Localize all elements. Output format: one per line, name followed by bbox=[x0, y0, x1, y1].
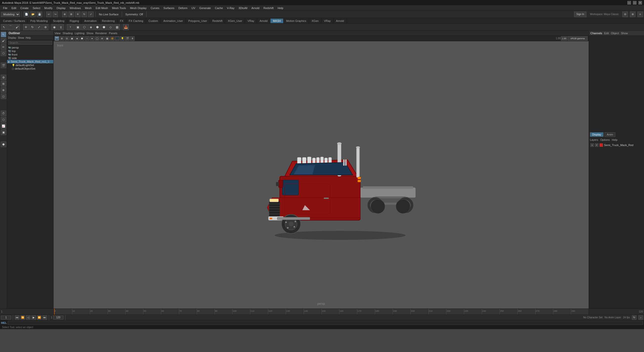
outliner-item-front[interactable]: 📷front bbox=[7, 53, 53, 56]
outliner-menu-display[interactable]: Display bbox=[8, 36, 16, 39]
outliner-menu-show[interactable]: Show bbox=[18, 36, 24, 39]
vp-icon-13[interactable]: 💡 bbox=[120, 36, 125, 41]
vp-icon-2[interactable]: ⊟ bbox=[65, 36, 69, 41]
connect-icon[interactable]: ⬡ bbox=[1, 117, 6, 122]
no-anim-layer-label[interactable]: No Anim Layer bbox=[605, 316, 621, 319]
anim-tab[interactable]: Anim bbox=[605, 132, 615, 137]
object-tab[interactable]: Object bbox=[611, 32, 619, 35]
layers-menu-help[interactable]: Help bbox=[612, 138, 618, 141]
no-live-surface-label[interactable]: No Live Surface bbox=[97, 13, 120, 16]
vp-icon-10[interactable]: ▦ bbox=[105, 36, 109, 41]
mode-select[interactable]: Modeling bbox=[1, 12, 20, 17]
menu-item-edit-mesh[interactable]: Edit Mesh bbox=[94, 6, 110, 10]
tab-vray[interactable]: VRay bbox=[321, 19, 334, 23]
toolbar-save[interactable]: 💾 bbox=[37, 12, 42, 17]
tab-poly-modeling[interactable]: Poly Modeling bbox=[28, 19, 50, 23]
tab-rendering[interactable]: Rendering bbox=[99, 19, 117, 23]
vp-icon-3[interactable]: ▣ bbox=[70, 36, 74, 41]
audio-btn[interactable]: ♪ bbox=[638, 315, 643, 320]
step-fwd-btn[interactable]: ⏩ bbox=[37, 315, 42, 320]
menu-item-uv[interactable]: UV bbox=[189, 6, 197, 10]
menu-item-curves[interactable]: Curves bbox=[149, 6, 162, 10]
poly-text-icon[interactable]: T bbox=[67, 24, 74, 30]
outliner-search-input[interactable] bbox=[8, 41, 52, 45]
tab-rigging[interactable]: Rigging bbox=[67, 19, 82, 23]
poly-icon-5[interactable]: ⬢ bbox=[94, 24, 100, 30]
toolbar-rotate[interactable]: ↻ bbox=[82, 12, 87, 17]
minimize-button[interactable]: ─ bbox=[627, 1, 631, 5]
wire-icon[interactable]: ◻ bbox=[1, 94, 6, 99]
layers-menu-options[interactable]: Options bbox=[600, 138, 610, 141]
menu-item-edit[interactable]: Edit bbox=[10, 6, 18, 10]
universal-manip-icon[interactable]: ⊕ bbox=[43, 24, 49, 30]
outliner-menu-help[interactable]: Help bbox=[26, 36, 31, 39]
scale-icon[interactable]: ⤢ bbox=[36, 24, 42, 30]
menu-item-mesh-display[interactable]: Mesh Display bbox=[128, 6, 149, 10]
paint-sel-icon[interactable]: 🖌 bbox=[14, 24, 20, 30]
menu-item-surfaces[interactable]: Surfaces bbox=[162, 6, 176, 10]
toolbar-grid[interactable]: ⊞ bbox=[68, 12, 74, 17]
tab-vray[interactable]: VRay bbox=[245, 19, 257, 23]
timeline-track[interactable]: 0102030405060708090100110120130140150160… bbox=[54, 309, 589, 315]
tab-redshift[interactable]: Redshift bbox=[210, 19, 225, 23]
menu-item-generate[interactable]: Generate bbox=[197, 6, 213, 10]
current-frame-input[interactable] bbox=[1, 316, 11, 320]
show-tab[interactable]: Show bbox=[621, 32, 628, 35]
edit-tab[interactable]: Edit bbox=[604, 32, 609, 35]
tab-xgen[interactable]: XGen bbox=[309, 19, 321, 23]
maximize-button[interactable]: □ bbox=[633, 1, 636, 5]
toolbar-redo[interactable]: ↪ bbox=[53, 12, 58, 17]
vp-icon-11[interactable]: 🔆 bbox=[110, 36, 114, 41]
outliner-item-defaultlightset[interactable]: 💡defaultLightSet bbox=[7, 63, 53, 67]
outliner-item-side[interactable]: 📷side bbox=[7, 56, 53, 60]
outliner-item-top[interactable]: 📷top bbox=[7, 49, 53, 53]
tab-curves-surfaces[interactable]: Curves / Surfaces bbox=[1, 19, 28, 23]
toolbar-move[interactable]: ✛ bbox=[75, 12, 80, 17]
outliner-item-semi_truck_mack_red_ns1_1[interactable]: ▶Semi_Truck_Mack_Red_ns1_1 bbox=[7, 60, 53, 63]
poly-icon-2[interactable]: ▣ bbox=[75, 24, 81, 30]
snap-icon[interactable]: 📥 bbox=[123, 24, 129, 30]
vp-menu-lighting[interactable]: Lighting bbox=[75, 32, 85, 35]
tab-xgen_user[interactable]: XGen_User bbox=[225, 19, 245, 23]
tab-arnold[interactable]: Arnold bbox=[334, 19, 347, 23]
mel-input[interactable] bbox=[8, 321, 643, 325]
tab-polygons_user[interactable]: Polygons_User bbox=[186, 19, 210, 23]
poly-icon-7[interactable]: ◇ bbox=[107, 24, 113, 30]
grid-icon[interactable]: ⊞ bbox=[1, 81, 6, 86]
menu-item-help[interactable]: Help bbox=[276, 6, 286, 10]
vp-icon-8[interactable]: ◯ bbox=[95, 36, 99, 41]
layer-color-swatch[interactable] bbox=[599, 143, 603, 147]
vp-menu-panels[interactable]: Panels bbox=[109, 32, 117, 35]
sym-sel-icon[interactable]: ⧖ bbox=[58, 24, 64, 30]
display-tab[interactable]: Display bbox=[590, 132, 603, 137]
range-end-input-1[interactable] bbox=[53, 316, 63, 320]
vp-icon-12[interactable]: 🌑 bbox=[115, 36, 119, 41]
menu-item-v-ray[interactable]: V-Ray bbox=[225, 6, 236, 10]
select-mode-icon[interactable]: ↖ bbox=[1, 32, 6, 37]
move-icon[interactable]: ✛ bbox=[23, 24, 29, 30]
tab-arnold[interactable]: Arnold bbox=[257, 19, 270, 23]
menu-item-file[interactable]: File bbox=[1, 6, 10, 10]
poly-icon-8[interactable]: ▦ bbox=[114, 24, 120, 30]
vp-icon-6[interactable]: ○ bbox=[85, 36, 89, 41]
bottom-icon-1[interactable]: ⬢ bbox=[1, 142, 6, 147]
vp-icon-gamma[interactable]: 1.00 bbox=[561, 36, 567, 41]
tab-fx-caching[interactable]: FX Caching bbox=[126, 19, 146, 23]
menu-item-arnold[interactable]: Arnold bbox=[249, 6, 261, 10]
menu-item-display[interactable]: Display bbox=[55, 6, 68, 10]
vp-icon-1[interactable]: ⊞ bbox=[60, 36, 64, 41]
vp-menu-view[interactable]: View bbox=[55, 32, 61, 35]
layout-icon[interactable]: ⬡ bbox=[1, 51, 6, 56]
shape-icon[interactable]: ▣ bbox=[1, 129, 6, 135]
symmetry-label[interactable]: Symmetry: Off bbox=[124, 13, 144, 16]
tab-sculpting[interactable]: Sculpting bbox=[51, 19, 67, 23]
tab-custom[interactable]: Custom bbox=[146, 19, 161, 23]
vp-icon-7[interactable]: ● bbox=[90, 36, 94, 41]
select-tool-icon[interactable]: ↖ bbox=[1, 24, 7, 30]
layers-menu-layers[interactable]: Layers bbox=[590, 138, 598, 141]
rotate-icon[interactable]: ↻ bbox=[29, 24, 35, 30]
no-character-set-label[interactable]: No Character Set bbox=[583, 316, 602, 319]
vp-menu-shading[interactable]: Shading bbox=[63, 32, 73, 35]
menu-item-create[interactable]: Create bbox=[18, 6, 31, 10]
menu-item-windows[interactable]: Windows bbox=[68, 6, 83, 10]
